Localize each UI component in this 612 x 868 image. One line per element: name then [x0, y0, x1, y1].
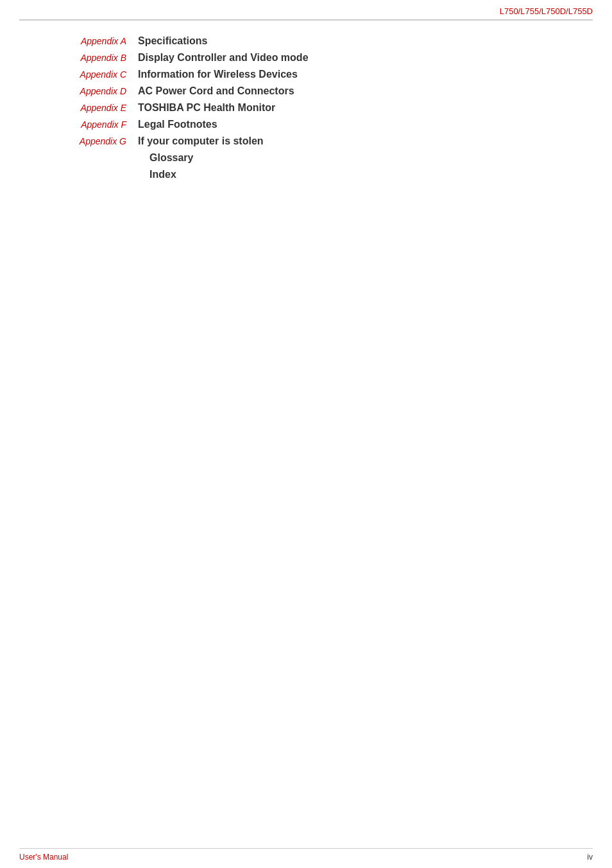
toc-content: Appendix A Specifications Appendix B Dis… [19, 35, 593, 186]
appendix-d-label[interactable]: Appendix D [19, 86, 138, 96]
toc-row-appendix-f: Appendix F Legal Footnotes [19, 119, 593, 130]
appendix-g-title[interactable]: If your computer is stolen [138, 135, 264, 147]
toc-row-appendix-a: Appendix A Specifications [19, 35, 593, 47]
toc-row-appendix-e: Appendix E TOSHIBA PC Health Monitor [19, 102, 593, 114]
appendix-a-title[interactable]: Specifications [138, 35, 207, 47]
header-model: L750/L755/L750D/L755D [500, 6, 593, 16]
toc-index[interactable]: Index [149, 169, 593, 180]
footer-page-number: iv [587, 853, 593, 862]
toc-row-appendix-b: Appendix B Display Controller and Video … [19, 52, 593, 64]
appendix-e-title[interactable]: TOSHIBA PC Health Monitor [138, 102, 275, 114]
footer: User's Manual iv [19, 853, 593, 862]
footer-label: User's Manual [19, 853, 68, 862]
appendix-b-label[interactable]: Appendix B [19, 53, 138, 63]
appendix-e-label[interactable]: Appendix E [19, 103, 138, 113]
appendix-g-label[interactable]: Appendix G [19, 136, 138, 146]
appendix-d-title[interactable]: AC Power Cord and Connectors [138, 85, 294, 97]
appendix-b-title[interactable]: Display Controller and Video mode [138, 52, 309, 64]
toc-glossary[interactable]: Glossary [149, 152, 593, 164]
appendix-c-title[interactable]: Information for Wireless Devices [138, 69, 298, 80]
appendix-a-label[interactable]: Appendix A [19, 36, 138, 46]
bottom-border [19, 848, 593, 849]
appendix-f-title[interactable]: Legal Footnotes [138, 119, 217, 130]
appendix-c-label[interactable]: Appendix C [19, 69, 138, 80]
appendix-f-label[interactable]: Appendix F [19, 119, 138, 130]
toc-row-appendix-g: Appendix G If your computer is stolen [19, 135, 593, 147]
toc-row-appendix-c: Appendix C Information for Wireless Devi… [19, 69, 593, 80]
top-border [19, 19, 593, 21]
toc-row-appendix-d: Appendix D AC Power Cord and Connectors [19, 85, 593, 97]
